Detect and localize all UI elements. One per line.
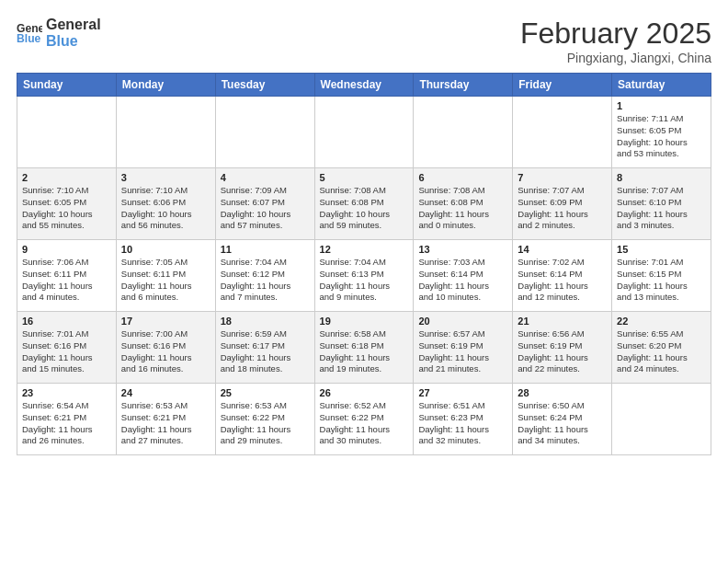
day-cell xyxy=(116,97,215,168)
day-cell: 13Sunrise: 7:03 AM Sunset: 6:14 PM Dayli… xyxy=(414,240,513,312)
day-cell: 28Sunrise: 6:50 AM Sunset: 6:24 PM Dayli… xyxy=(513,384,612,455)
day-info: Sunrise: 7:07 AM Sunset: 6:10 PM Dayligh… xyxy=(617,185,706,232)
day-number: 10 xyxy=(121,244,210,255)
day-cell: 26Sunrise: 6:52 AM Sunset: 6:22 PM Dayli… xyxy=(314,384,414,455)
day-info: Sunrise: 6:53 AM Sunset: 6:21 PM Dayligh… xyxy=(121,400,210,447)
week-row-3: 16Sunrise: 7:01 AM Sunset: 6:16 PM Dayli… xyxy=(17,312,711,384)
day-number: 9 xyxy=(22,244,111,255)
day-info: Sunrise: 6:55 AM Sunset: 6:20 PM Dayligh… xyxy=(617,328,706,375)
day-cell: 8Sunrise: 7:07 AM Sunset: 6:10 PM Daylig… xyxy=(612,168,711,240)
day-info: Sunrise: 7:10 AM Sunset: 6:06 PM Dayligh… xyxy=(121,185,210,232)
day-number: 26 xyxy=(320,387,409,398)
day-cell xyxy=(612,384,711,455)
day-cell: 5Sunrise: 7:08 AM Sunset: 6:08 PM Daylig… xyxy=(314,168,414,240)
day-info: Sunrise: 7:03 AM Sunset: 6:14 PM Dayligh… xyxy=(418,257,507,304)
day-number: 7 xyxy=(518,172,607,183)
day-number: 22 xyxy=(617,316,706,327)
day-info: Sunrise: 6:53 AM Sunset: 6:22 PM Dayligh… xyxy=(221,400,310,447)
weekday-header-friday: Friday xyxy=(513,74,612,97)
day-info: Sunrise: 6:56 AM Sunset: 6:19 PM Dayligh… xyxy=(518,328,607,375)
day-info: Sunrise: 6:54 AM Sunset: 6:21 PM Dayligh… xyxy=(22,400,111,447)
day-info: Sunrise: 7:04 AM Sunset: 6:13 PM Dayligh… xyxy=(320,257,409,304)
day-cell xyxy=(513,97,612,168)
day-number: 14 xyxy=(518,244,607,255)
day-info: Sunrise: 7:11 AM Sunset: 6:05 PM Dayligh… xyxy=(617,113,706,160)
day-info: Sunrise: 7:02 AM Sunset: 6:14 PM Dayligh… xyxy=(518,257,607,304)
day-info: Sunrise: 6:51 AM Sunset: 6:23 PM Dayligh… xyxy=(418,400,507,447)
day-cell: 19Sunrise: 6:58 AM Sunset: 6:18 PM Dayli… xyxy=(314,312,414,384)
day-info: Sunrise: 7:04 AM Sunset: 6:12 PM Dayligh… xyxy=(221,257,310,304)
day-number: 17 xyxy=(121,316,210,327)
day-cell: 2Sunrise: 7:10 AM Sunset: 6:05 PM Daylig… xyxy=(17,168,117,240)
week-row-4: 23Sunrise: 6:54 AM Sunset: 6:21 PM Dayli… xyxy=(17,384,711,455)
day-number: 11 xyxy=(221,244,310,255)
day-number: 5 xyxy=(320,172,409,183)
day-number: 13 xyxy=(418,244,507,255)
day-info: Sunrise: 6:58 AM Sunset: 6:18 PM Dayligh… xyxy=(320,328,409,375)
day-number: 28 xyxy=(518,387,607,398)
weekday-header-wednesday: Wednesday xyxy=(314,74,414,97)
day-info: Sunrise: 6:50 AM Sunset: 6:24 PM Dayligh… xyxy=(518,400,607,447)
week-row-1: 2Sunrise: 7:10 AM Sunset: 6:05 PM Daylig… xyxy=(17,168,711,240)
day-number: 2 xyxy=(22,172,111,183)
day-info: Sunrise: 7:00 AM Sunset: 6:16 PM Dayligh… xyxy=(121,328,210,375)
day-cell: 20Sunrise: 6:57 AM Sunset: 6:19 PM Dayli… xyxy=(414,312,513,384)
day-info: Sunrise: 7:07 AM Sunset: 6:09 PM Dayligh… xyxy=(518,185,607,232)
day-number: 8 xyxy=(617,172,706,183)
day-number: 15 xyxy=(617,244,706,255)
month-title: February 2025 xyxy=(520,17,711,51)
day-cell: 9Sunrise: 7:06 AM Sunset: 6:11 PM Daylig… xyxy=(17,240,117,312)
day-number: 25 xyxy=(221,387,310,398)
day-cell xyxy=(17,97,117,168)
day-number: 4 xyxy=(221,172,310,183)
day-cell xyxy=(414,97,513,168)
day-info: Sunrise: 7:01 AM Sunset: 6:15 PM Dayligh… xyxy=(617,257,706,304)
day-info: Sunrise: 6:52 AM Sunset: 6:22 PM Dayligh… xyxy=(320,400,409,447)
day-cell: 21Sunrise: 6:56 AM Sunset: 6:19 PM Dayli… xyxy=(513,312,612,384)
logo-blue: Blue xyxy=(46,33,101,50)
day-cell: 4Sunrise: 7:09 AM Sunset: 6:07 PM Daylig… xyxy=(215,168,314,240)
weekday-header-row: SundayMondayTuesdayWednesdayThursdayFrid… xyxy=(17,74,711,97)
weekday-header-saturday: Saturday xyxy=(612,74,711,97)
day-cell: 22Sunrise: 6:55 AM Sunset: 6:20 PM Dayli… xyxy=(612,312,711,384)
weekday-header-monday: Monday xyxy=(116,74,215,97)
logo-general: General xyxy=(46,17,101,33)
day-number: 19 xyxy=(320,316,409,327)
day-cell: 1Sunrise: 7:11 AM Sunset: 6:05 PM Daylig… xyxy=(612,97,711,168)
location: Pingxiang, Jiangxi, China xyxy=(520,51,711,65)
header: General Blue General Blue February 2025 … xyxy=(17,17,711,65)
day-info: Sunrise: 7:09 AM Sunset: 6:07 PM Dayligh… xyxy=(221,185,310,232)
day-cell xyxy=(314,97,414,168)
calendar: SundayMondayTuesdayWednesdayThursdayFrid… xyxy=(17,73,711,455)
day-cell: 10Sunrise: 7:05 AM Sunset: 6:11 PM Dayli… xyxy=(116,240,215,312)
week-row-0: 1Sunrise: 7:11 AM Sunset: 6:05 PM Daylig… xyxy=(17,97,711,168)
day-cell: 3Sunrise: 7:10 AM Sunset: 6:06 PM Daylig… xyxy=(116,168,215,240)
day-info: Sunrise: 6:59 AM Sunset: 6:17 PM Dayligh… xyxy=(221,328,310,375)
logo-icon: General Blue xyxy=(17,20,42,46)
weekday-header-thursday: Thursday xyxy=(414,74,513,97)
day-cell xyxy=(215,97,314,168)
svg-text:Blue: Blue xyxy=(17,33,41,46)
day-cell: 23Sunrise: 6:54 AM Sunset: 6:21 PM Dayli… xyxy=(17,384,117,455)
day-number: 21 xyxy=(518,316,607,327)
weekday-header-sunday: Sunday xyxy=(17,74,117,97)
day-info: Sunrise: 7:10 AM Sunset: 6:05 PM Dayligh… xyxy=(22,185,111,232)
day-number: 18 xyxy=(221,316,310,327)
day-cell: 18Sunrise: 6:59 AM Sunset: 6:17 PM Dayli… xyxy=(215,312,314,384)
page: General Blue General Blue February 2025 … xyxy=(0,0,728,563)
day-info: Sunrise: 6:57 AM Sunset: 6:19 PM Dayligh… xyxy=(418,328,507,375)
day-number: 27 xyxy=(418,387,507,398)
day-cell: 25Sunrise: 6:53 AM Sunset: 6:22 PM Dayli… xyxy=(215,384,314,455)
logo: General Blue General Blue xyxy=(17,17,101,51)
title-block: February 2025 Pingxiang, Jiangxi, China xyxy=(520,17,711,65)
day-cell: 24Sunrise: 6:53 AM Sunset: 6:21 PM Dayli… xyxy=(116,384,215,455)
day-number: 6 xyxy=(418,172,507,183)
day-info: Sunrise: 7:08 AM Sunset: 6:08 PM Dayligh… xyxy=(418,185,507,232)
day-number: 12 xyxy=(320,244,409,255)
week-row-2: 9Sunrise: 7:06 AM Sunset: 6:11 PM Daylig… xyxy=(17,240,711,312)
day-number: 23 xyxy=(22,387,111,398)
day-cell: 12Sunrise: 7:04 AM Sunset: 6:13 PM Dayli… xyxy=(314,240,414,312)
day-info: Sunrise: 7:01 AM Sunset: 6:16 PM Dayligh… xyxy=(22,328,111,375)
day-cell: 16Sunrise: 7:01 AM Sunset: 6:16 PM Dayli… xyxy=(17,312,117,384)
day-cell: 14Sunrise: 7:02 AM Sunset: 6:14 PM Dayli… xyxy=(513,240,612,312)
